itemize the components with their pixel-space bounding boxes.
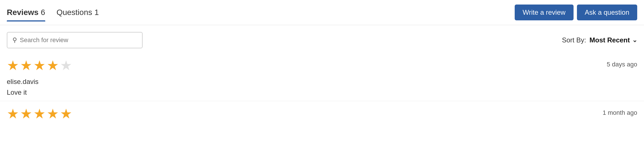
star-4-2: ★: [47, 106, 59, 122]
tab-reviews-count: 6: [41, 8, 45, 17]
page-header: Reviews 6 Questions 1 Write a review Ask…: [0, 0, 644, 25]
header-buttons: Write a review Ask a question: [515, 5, 637, 25]
sort-label: Sort By:: [562, 36, 586, 44]
sort-dropdown[interactable]: Most Recent ⌄: [589, 36, 637, 44]
tab-bar: Reviews 6 Questions 1: [7, 8, 99, 21]
review-text-1: Love it: [7, 88, 637, 96]
search-input[interactable]: [20, 36, 137, 44]
chevron-down-icon: ⌄: [632, 36, 637, 44]
star-rating-2: ★ ★ ★ ★ ★: [7, 106, 637, 122]
tab-questions-label: Questions: [57, 8, 92, 17]
review-item-1: ★ ★ ★ ★ ★ 5 days ago elise.davis Love it: [0, 53, 644, 101]
tab-reviews-label: Reviews: [7, 8, 38, 17]
search-icon: ⚲: [12, 36, 17, 44]
star-1: ★: [7, 57, 19, 73]
star-1-2: ★: [7, 106, 19, 122]
sort-section: Sort By: Most Recent ⌄: [562, 36, 637, 44]
tab-questions[interactable]: Questions 1: [57, 8, 99, 21]
reviewer-name-1: elise.davis: [7, 78, 637, 86]
tab-reviews[interactable]: Reviews 6: [7, 8, 45, 21]
search-box[interactable]: ⚲: [7, 32, 143, 48]
search-sort-bar: ⚲ Sort By: Most Recent ⌄: [0, 25, 644, 53]
tab-questions-count: 1: [95, 8, 99, 17]
star-5-2: ★: [60, 106, 72, 122]
review-item-2: ★ ★ ★ ★ ★ 1 month ago: [0, 101, 644, 131]
star-5-empty: ★: [60, 57, 72, 73]
star-3: ★: [33, 57, 46, 73]
write-review-button[interactable]: Write a review: [515, 5, 574, 20]
review-date-2: 1 month ago: [603, 109, 637, 116]
star-2: ★: [20, 57, 32, 73]
star-rating-1: ★ ★ ★ ★ ★: [7, 57, 637, 73]
ask-question-button[interactable]: Ask a question: [577, 5, 637, 20]
star-4: ★: [47, 57, 59, 73]
sort-value-label: Most Recent: [589, 36, 630, 44]
review-date-1: 5 days ago: [607, 61, 637, 68]
star-3-2: ★: [33, 106, 46, 122]
star-2-2: ★: [20, 106, 32, 122]
